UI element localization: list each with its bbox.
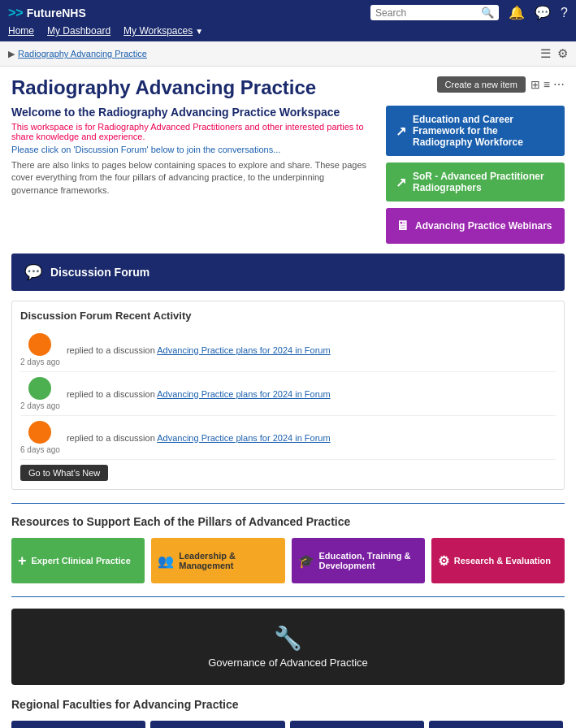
menu-icon[interactable]: ☰ [540, 46, 551, 61]
page-title: Radiography Advancing Practice [11, 76, 316, 99]
chat-icon[interactable]: 💬 [535, 5, 551, 20]
logo-text: FutureNHS [27, 6, 86, 20]
breadcrumb-bar: ▶ Radiography Advancing Practice ☰ ⚙ [0, 41, 576, 67]
forum-activity-title: Discussion Forum Recent Activity [20, 310, 556, 322]
wrench-icon: 🔧 [28, 625, 548, 652]
regional-faculties-grid: 👤 North West Regional Faculty for Advanc… [11, 721, 565, 728]
expert-clinical-label: Expert Clinical Practice [32, 556, 131, 566]
welcome-link[interactable]: Please click on 'Discussion Forum' below… [11, 145, 368, 154]
settings-icon[interactable]: ⚙ [557, 46, 568, 61]
research-label: Research & Evaluation [454, 556, 551, 566]
pillars-section-title: Resources to Support Each of the Pillars… [11, 515, 565, 528]
discussion-forum-button[interactable]: 💬 Discussion Forum [11, 254, 565, 291]
leadership-management-card[interactable]: 👥 Leadership & Management [151, 538, 284, 583]
activity-time-1: 2 days ago [20, 358, 60, 366]
section-divider-2 [11, 596, 565, 597]
avatar-3 [28, 421, 51, 444]
activity-item-3: 6 days ago replied to a discussion Advan… [20, 416, 556, 460]
activity-text-3: replied to a discussion Advancing Practi… [67, 433, 556, 443]
people-icon: 👥 [158, 553, 174, 569]
more-options-icon[interactable]: ⋯ [553, 78, 565, 91]
top-bar-actions: 🔍 🔔 💬 ? [370, 5, 568, 20]
welcome-body: There are also links to pages below cont… [11, 159, 368, 197]
activity-text-1: replied to a discussion Advancing Practi… [67, 345, 556, 355]
share-icon: ↗ [396, 124, 406, 139]
top-content-area: Welcome to the Radiography Advancing Pra… [11, 106, 565, 244]
logo-arrows-icon: >> [8, 6, 24, 20]
pillars-grid: + Expert Clinical Practice 👥 Leadership … [11, 538, 565, 583]
search-box[interactable]: 🔍 [370, 5, 499, 20]
right-cards-panel: ↗ Education and Career Framework for the… [386, 106, 565, 244]
breadcrumb-actions: ☰ ⚙ [540, 46, 568, 61]
search-icon: 🔍 [481, 6, 494, 19]
activity-link-2[interactable]: Advancing Practice plans for 2024 in For… [157, 389, 330, 399]
research-evaluation-card[interactable]: ⚙ Research & Evaluation [431, 538, 565, 583]
discussion-forum-label: Discussion Forum [50, 266, 149, 279]
list-view-icon[interactable]: ≡ [544, 78, 550, 91]
education-career-framework-card[interactable]: ↗ Education and Career Framework for the… [386, 106, 565, 156]
advancing-practice-webinars-card[interactable]: 🖥 Advancing Practice Webinars [386, 208, 565, 244]
chat-bubble-icon: 💬 [24, 263, 42, 281]
regional-card-midlands[interactable]: 👤 Midlands Regional Faculty for Advancin… [429, 721, 563, 728]
breadcrumb-arrow-icon: ▶ [8, 49, 15, 59]
view-toggle-icons: ⊞ ≡ ⋯ [531, 78, 565, 91]
breadcrumb-left: ▶ Radiography Advancing Practice [8, 49, 147, 59]
title-bar: Radiography Advancing Practice Create a … [11, 76, 565, 106]
education-training-card[interactable]: 🎓 Education, Training & Development [292, 538, 425, 583]
activity-item-2: 2 days ago replied to a discussion Advan… [20, 372, 556, 416]
section-divider-1 [11, 503, 565, 504]
nav-dashboard-link[interactable]: My Dashboard [47, 25, 110, 37]
governance-label: Governance of Advanced Practice [28, 656, 548, 669]
gear-icon: ⚙ [438, 553, 449, 569]
welcome-section: Welcome to the Radiography Advancing Pra… [11, 106, 378, 244]
create-btn-area: Create a new item ⊞ ≡ ⋯ [437, 76, 565, 93]
activity-text-2: replied to a discussion Advancing Practi… [67, 389, 556, 399]
breadcrumb-text[interactable]: Radiography Advancing Practice [18, 49, 147, 58]
share-icon-2: ↗ [396, 175, 406, 190]
governance-banner[interactable]: 🔧 Governance of Advanced Practice [11, 609, 565, 685]
top-navigation-bar: >> FutureNHS 🔍 🔔 💬 ? [0, 0, 576, 25]
expert-clinical-practice-card[interactable]: + Expert Clinical Practice [11, 538, 145, 583]
regional-section-title: Regional Faculties for Advancing Practic… [11, 698, 565, 711]
nav-home-link[interactable]: Home [8, 25, 34, 37]
grid-view-icon[interactable]: ⊞ [531, 78, 540, 91]
create-new-item-button[interactable]: Create a new item [437, 76, 526, 93]
forum-recent-activity: Discussion Forum Recent Activity 2 days … [11, 301, 565, 490]
avatar-1 [28, 333, 51, 356]
education-career-label: Education and Career Framework for the R… [413, 114, 555, 148]
sor-label: SoR - Advanced Practitioner Radiographer… [413, 171, 555, 193]
activity-link-1[interactable]: Advancing Practice plans for 2024 in For… [157, 345, 330, 355]
education-label: Education, Training & Development [319, 551, 418, 570]
activity-time-2: 2 days ago [20, 401, 60, 410]
nav-bar: Home My Dashboard My Workspaces ▼ [0, 25, 576, 41]
webinars-label: Advancing Practice Webinars [415, 220, 552, 232]
activity-link-3[interactable]: Advancing Practice plans for 2024 in For… [157, 433, 330, 443]
regional-card-northeast[interactable]: 👤 North East and Yorkshire Regional Facu… [150, 721, 284, 728]
regional-card-northwest[interactable]: 👤 North West Regional Faculty for Advanc… [11, 721, 145, 728]
search-input[interactable] [375, 7, 481, 19]
activity-item-1: 2 days ago replied to a discussion Advan… [20, 328, 556, 372]
leadership-label: Leadership & Management [179, 551, 278, 570]
main-content: Radiography Advancing Practice Create a … [0, 67, 576, 728]
monitor-icon: 🖥 [396, 219, 409, 233]
welcome-subtitle: This workspace is for Radiography Advanc… [11, 122, 368, 141]
graduation-icon: 🎓 [298, 553, 314, 569]
help-icon[interactable]: ? [561, 6, 568, 20]
whats-new-button[interactable]: Go to What's New [20, 465, 108, 481]
sor-advanced-practitioner-card[interactable]: ↗ SoR - Advanced Practitioner Radiograph… [386, 162, 565, 202]
plus-icon: + [18, 552, 27, 570]
regional-card-east[interactable]: 👤 East of England Regional Faculty for A… [290, 721, 424, 728]
chevron-down-icon: ▼ [195, 27, 203, 36]
nav-workspaces-dropdown[interactable]: My Workspaces ▼ [123, 25, 203, 37]
logo-area: >> FutureNHS [8, 6, 86, 20]
nav-workspaces-link[interactable]: My Workspaces [123, 25, 193, 37]
bell-icon[interactable]: 🔔 [509, 5, 525, 20]
welcome-title: Welcome to the Radiography Advancing Pra… [11, 106, 368, 119]
avatar-2 [28, 377, 51, 400]
activity-time-3: 6 days ago [20, 445, 60, 454]
